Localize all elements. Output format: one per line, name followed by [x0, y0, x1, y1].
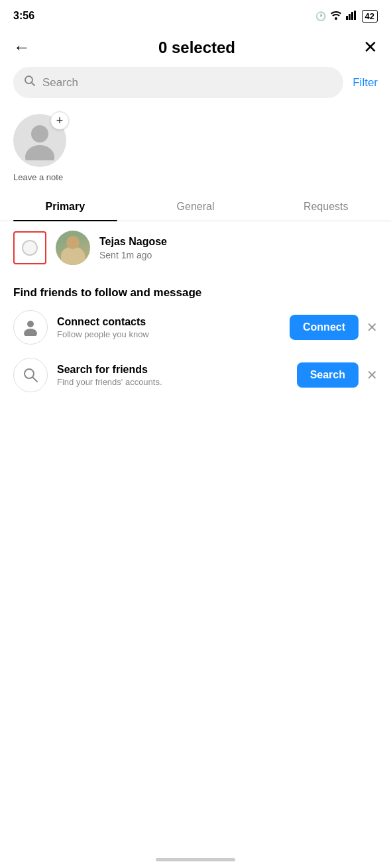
- search-container: Search Filter: [0, 67, 391, 109]
- svg-rect-3: [351, 12, 353, 20]
- search-friends-subtitle: Find your friends' accounts.: [57, 377, 288, 387]
- tab-requests[interactable]: Requests: [260, 193, 391, 221]
- status-time: 3:56: [13, 10, 34, 22]
- note-section: + Leave a note: [0, 109, 391, 193]
- svg-rect-4: [354, 11, 356, 20]
- filter-button[interactable]: Filter: [353, 76, 378, 89]
- connect-button[interactable]: Connect: [290, 315, 359, 340]
- close-button[interactable]: ✕: [363, 37, 378, 58]
- message-time: Sent 1m ago: [99, 250, 378, 260]
- search-button[interactable]: Search: [297, 362, 359, 388]
- svg-line-12: [32, 377, 37, 382]
- search-placeholder: Search: [42, 76, 78, 89]
- connect-contacts-subtitle: Follow people you know: [57, 329, 280, 339]
- note-avatar-container: +: [13, 114, 66, 167]
- connect-contacts-icon: [13, 310, 48, 345]
- dismiss-connect-button[interactable]: ✕: [366, 319, 378, 335]
- dismiss-search-button[interactable]: ✕: [366, 367, 378, 383]
- find-friends-title: Find friends to follow and message: [13, 286, 378, 299]
- status-bar: 3:56 🕐 42: [0, 0, 391, 29]
- svg-point-8: [25, 145, 54, 160]
- svg-point-9: [27, 321, 34, 327]
- svg-line-6: [32, 83, 35, 86]
- note-label: Leave a note: [13, 172, 63, 182]
- search-friends-icon: [13, 358, 48, 392]
- svg-point-0: [335, 17, 337, 20]
- search-bar[interactable]: Search: [13, 67, 343, 98]
- page-title: 0 selected: [158, 38, 235, 57]
- tab-primary[interactable]: Primary: [0, 193, 131, 221]
- table-row[interactable]: Tejas Nagose Sent 1m ago: [0, 221, 391, 274]
- signal-bars: [346, 11, 358, 22]
- back-button[interactable]: ←: [13, 37, 30, 58]
- find-friends-section: Find friends to follow and message Conne…: [0, 274, 391, 412]
- message-list: Tejas Nagose Sent 1m ago: [0, 221, 391, 274]
- battery-icon: 42: [362, 11, 378, 21]
- header: ← 0 selected ✕: [0, 29, 391, 67]
- connect-contacts-actions: Connect ✕: [290, 315, 378, 340]
- add-note-button[interactable]: +: [50, 111, 69, 130]
- wifi-icon: [330, 11, 342, 22]
- home-indicator: [156, 858, 235, 861]
- search-circle-icon: [22, 366, 39, 384]
- search-friends-title: Search for friends: [57, 364, 288, 376]
- search-friends-card: Search for friends Find your friends' ac…: [13, 358, 378, 392]
- connect-contacts-card: Connect contacts Follow people you know …: [13, 310, 378, 345]
- status-icons: 🕐 42: [315, 11, 378, 22]
- checkbox-area[interactable]: [13, 231, 46, 264]
- tabs: Primary General Requests: [0, 193, 391, 221]
- person-icon: [22, 319, 39, 336]
- svg-rect-1: [346, 16, 348, 20]
- message-info: Tejas Nagose Sent 1m ago: [99, 236, 378, 260]
- connect-contacts-title: Connect contacts: [57, 316, 280, 328]
- checkbox[interactable]: [22, 240, 38, 256]
- svg-point-10: [24, 329, 37, 336]
- tab-general[interactable]: General: [131, 193, 261, 221]
- moon-icon: 🕐: [315, 11, 326, 21]
- search-icon: [24, 75, 36, 90]
- contact-name: Tejas Nagose: [99, 236, 378, 248]
- svg-rect-2: [349, 14, 351, 20]
- svg-point-7: [31, 125, 48, 142]
- search-friends-info: Search for friends Find your friends' ac…: [57, 364, 288, 387]
- connect-contacts-info: Connect contacts Follow people you know: [57, 316, 280, 339]
- search-friends-actions: Search ✕: [297, 362, 378, 388]
- contact-avatar: [56, 231, 90, 265]
